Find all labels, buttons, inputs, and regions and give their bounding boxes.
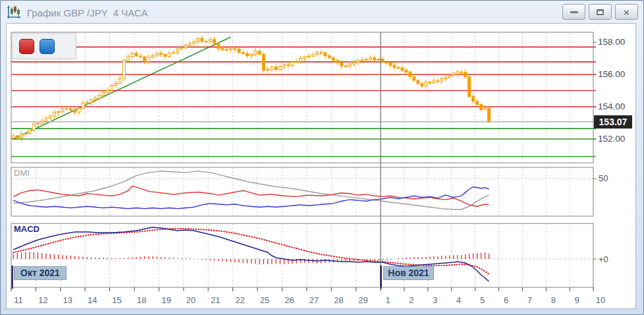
day-label: 6 bbox=[498, 295, 515, 305]
candle-body bbox=[357, 60, 360, 62]
blue-marker-button[interactable] bbox=[40, 39, 55, 54]
candle-body bbox=[221, 49, 224, 50]
price-label: 154.00 bbox=[598, 101, 634, 111]
candle-body bbox=[397, 67, 400, 68]
candle-body bbox=[24, 133, 27, 134]
red-marker-button[interactable] bbox=[19, 39, 34, 54]
candle-body bbox=[361, 60, 363, 61]
day-label: 13 bbox=[59, 295, 76, 305]
current-price-badge: 153.07 bbox=[594, 115, 632, 129]
candle-body bbox=[476, 101, 479, 105]
candle-body bbox=[328, 56, 331, 58]
candle-body bbox=[287, 65, 290, 66]
candle-body bbox=[246, 53, 248, 55]
candle-body bbox=[37, 123, 40, 124]
candle-body bbox=[381, 59, 384, 63]
candle-body bbox=[484, 108, 487, 109]
candle-body bbox=[205, 42, 207, 42]
candle-body bbox=[32, 124, 35, 130]
candle-body bbox=[385, 62, 388, 63]
candle-body bbox=[155, 53, 158, 56]
candle-body bbox=[148, 57, 150, 62]
day-label: 9 bbox=[568, 295, 585, 305]
candle-body bbox=[308, 56, 310, 57]
price-label: 158.00 bbox=[598, 37, 634, 47]
candle-body bbox=[291, 62, 294, 65]
candle-body bbox=[41, 121, 43, 123]
candle-body bbox=[172, 53, 174, 53]
candle-body bbox=[82, 103, 84, 109]
day-label: 25 bbox=[256, 295, 273, 305]
candle-body bbox=[258, 51, 261, 55]
candle-body bbox=[480, 104, 483, 109]
candle-body bbox=[267, 69, 269, 71]
candle-body bbox=[12, 136, 14, 138]
candle-body bbox=[86, 103, 88, 103]
chart-canvas[interactable] bbox=[1, 1, 644, 315]
candle-body bbox=[188, 43, 191, 45]
candle-body bbox=[352, 62, 355, 64]
candle-body bbox=[106, 90, 109, 92]
candle-body bbox=[135, 53, 138, 56]
candle-body bbox=[151, 55, 154, 57]
day-label: 4 bbox=[450, 295, 468, 305]
candle-body bbox=[57, 111, 60, 112]
day-label: 26 bbox=[281, 295, 298, 305]
candle-body bbox=[115, 83, 117, 85]
day-label: 29 bbox=[355, 295, 372, 305]
candle-body bbox=[122, 61, 125, 79]
candle-body bbox=[102, 92, 105, 95]
candle-body bbox=[336, 61, 339, 63]
day-label: 15 bbox=[109, 295, 126, 305]
candle-body bbox=[389, 63, 392, 65]
candle-body bbox=[275, 67, 277, 69]
candle-body bbox=[250, 54, 253, 55]
day-label: 8 bbox=[545, 295, 562, 305]
dmi-pane-label: DMI bbox=[14, 168, 30, 178]
candle-body bbox=[444, 78, 447, 79]
candle-body bbox=[299, 59, 302, 62]
day-label: 7 bbox=[521, 295, 538, 305]
candle-body bbox=[254, 51, 257, 55]
candle-body bbox=[369, 58, 371, 59]
day-label: 22 bbox=[232, 295, 249, 305]
candle-body bbox=[271, 67, 273, 69]
candle-body bbox=[201, 38, 203, 42]
candle-body bbox=[217, 43, 220, 49]
macd-pane-label: MACD bbox=[14, 224, 40, 234]
pane-bg-1 bbox=[11, 167, 593, 216]
candle-body bbox=[225, 49, 228, 50]
candle-body bbox=[417, 80, 419, 84]
candle-body bbox=[311, 55, 314, 57]
day-label: 21 bbox=[207, 295, 224, 305]
candle-body bbox=[20, 134, 23, 138]
candle-body bbox=[295, 61, 298, 62]
candle-body bbox=[373, 58, 376, 60]
candle-body bbox=[69, 109, 72, 110]
candle-body bbox=[472, 96, 475, 101]
candle-body bbox=[279, 67, 281, 69]
candle-body bbox=[139, 56, 142, 57]
candle-body bbox=[365, 59, 367, 60]
candle-body bbox=[127, 57, 130, 61]
candle-body bbox=[315, 53, 318, 55]
candle-body bbox=[16, 136, 18, 138]
candle-body bbox=[229, 49, 232, 49]
day-label: 14 bbox=[84, 295, 101, 305]
candle-body bbox=[242, 53, 244, 54]
month-label-oct: Окт 2021 bbox=[14, 266, 67, 280]
candle-body bbox=[324, 53, 327, 56]
candle-body bbox=[209, 40, 211, 42]
candle-body bbox=[213, 40, 216, 43]
candle-body bbox=[168, 53, 171, 57]
candle-body bbox=[468, 77, 471, 97]
candle-body bbox=[421, 84, 423, 86]
candle-body bbox=[460, 72, 463, 72]
dmi-axis-label: 50 bbox=[599, 173, 608, 183]
candle-body bbox=[348, 64, 351, 67]
month-marker bbox=[380, 266, 382, 289]
candle-body bbox=[437, 81, 439, 82]
candle-body bbox=[28, 130, 31, 134]
day-label: 5 bbox=[474, 295, 491, 305]
candle-body bbox=[425, 82, 427, 86]
